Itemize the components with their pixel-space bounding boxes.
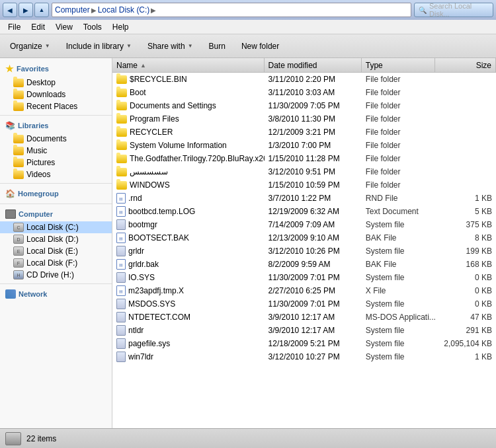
file-name: Documents and Settings: [130, 101, 216, 110]
sidebar-item-pictures[interactable]: Pictures: [0, 157, 112, 168]
menu-file[interactable]: File: [3, 21, 26, 33]
file-name-cell: Program Files: [112, 112, 265, 126]
file-date-cell: 12/18/2009 5:21 PM: [265, 337, 362, 350]
menu-tools[interactable]: Tools: [78, 21, 107, 33]
table-row[interactable]: NTDETECT.COM 3/9/2010 12:17 AM MS-DOS Ap…: [112, 311, 496, 324]
file-date-cell: 11/30/2009 7:05 PM: [265, 99, 362, 112]
sidebar-item-recent-places[interactable]: Recent Places: [0, 100, 112, 112]
menu-help[interactable]: Help: [107, 21, 134, 33]
sidebar-item-local-c[interactable]: C Local Disk (C:): [0, 221, 112, 233]
organize-button[interactable]: Organize ▼: [3, 37, 58, 56]
table-row[interactable]: $RECYCLE.BIN 3/11/2010 2:20 PM File fold…: [112, 73, 496, 86]
folder-icon: [116, 181, 127, 190]
file-name-cell: bootmgr: [112, 218, 265, 231]
file-size-cell: [435, 126, 496, 139]
col-header-name[interactable]: Name ▲: [112, 58, 265, 72]
file-size-cell: [435, 99, 496, 112]
file-date-cell: 3/9/2010 12:17 AM: [265, 324, 362, 337]
file-type-cell: System file: [362, 297, 435, 311]
table-row[interactable]: ▤ bootbcd.temp.LOG 12/19/2009 6:32 AM Te…: [112, 205, 496, 218]
col-header-size[interactable]: Size: [435, 58, 496, 72]
back-button[interactable]: ◀: [3, 3, 17, 17]
search-button[interactable]: 🔍 Search Local Disk...: [414, 3, 493, 17]
table-row[interactable]: ▤ .rnd 3/7/2010 1:22 PM RND File 1 KB: [112, 192, 496, 205]
sys-file-icon: [116, 312, 126, 322]
table-row[interactable]: System Volume Information 1/3/2010 7:00 …: [112, 139, 496, 152]
libraries-header[interactable]: 📚 Libraries: [0, 118, 112, 133]
table-row[interactable]: MSDOS.SYS 11/30/2009 7:01 PM System file…: [112, 297, 496, 311]
sidebar-item-music[interactable]: Music: [0, 145, 112, 157]
table-row[interactable]: RECYCLER 12/1/2009 3:21 PM File folder: [112, 126, 496, 139]
file-type: System file: [366, 299, 405, 309]
network-header[interactable]: Network: [0, 287, 112, 301]
breadcrumb-sep2: ▶: [151, 7, 156, 14]
table-row[interactable]: ▤ m23apdfj.tmp.X 2/27/2010 6:25 PM X Fil…: [112, 284, 496, 297]
file-type: System file: [366, 326, 405, 335]
table-row[interactable]: Program Files 3/8/2010 11:30 PM File fol…: [112, 112, 496, 126]
file-size-cell: 199 KB: [435, 244, 496, 258]
burn-button[interactable]: Burn: [202, 37, 233, 56]
menu-edit[interactable]: Edit: [26, 21, 50, 33]
table-row[interactable]: bootmgr 7/14/2009 7:09 AM System file 37…: [112, 218, 496, 231]
sidebar-item-local-d[interactable]: D Local Disk (D:): [0, 233, 112, 245]
sys-file-icon: [116, 246, 126, 256]
computer-header[interactable]: Computer: [0, 207, 112, 221]
menu-view[interactable]: View: [50, 21, 78, 33]
table-row[interactable]: grldr 3/12/2010 10:26 PM System file 199…: [112, 244, 496, 258]
sidebar-item-videos[interactable]: Videos: [0, 168, 112, 180]
table-row[interactable]: IO.SYS 11/30/2009 7:01 PM System file 0 …: [112, 271, 496, 284]
sidebar-item-desktop[interactable]: Desktop: [0, 77, 112, 89]
table-row[interactable]: The.Godfather.Trilogy.720p.BluRay.x264 1…: [112, 152, 496, 165]
file-date-cell: 3/11/2010 3:03 AM: [265, 86, 362, 99]
favorites-header[interactable]: ★ Favorites: [0, 61, 112, 77]
table-row[interactable]: WINDOWS 1/15/2010 10:59 PM File folder: [112, 178, 496, 192]
sidebar-item-local-e[interactable]: E Local Disk (E:): [0, 245, 112, 257]
address-bar[interactable]: Computer ▶ Local Disk (C:) ▶: [52, 3, 411, 17]
new-folder-button[interactable]: New folder: [234, 37, 286, 56]
table-row[interactable]: ▤ BOOTSECT.BAK 12/13/2009 9:10 AM BAK Fi…: [112, 231, 496, 244]
col-date-label: Date modified: [269, 61, 317, 70]
drive-e-icon: E: [13, 246, 24, 256]
file-name: bootmgr: [128, 220, 157, 229]
file-name: NTDETECT.COM: [128, 313, 190, 322]
forward-button[interactable]: ▶: [19, 3, 33, 17]
include-in-library-button[interactable]: Include in library ▼: [59, 37, 139, 56]
file-name-cell: سسسسس: [112, 165, 265, 178]
up-button[interactable]: ▲: [34, 3, 49, 17]
file-size-cell: 0 KB: [435, 271, 496, 284]
share-with-button[interactable]: Share with ▼: [140, 37, 200, 56]
sidebar-item-downloads[interactable]: Downloads: [0, 89, 112, 100]
sidebar-item-documents[interactable]: Documents: [0, 133, 112, 145]
table-row[interactable]: سسسسس 3/12/2010 9:51 PM File folder: [112, 165, 496, 178]
folder-icon: [116, 155, 127, 163]
file-type: File folder: [366, 101, 401, 110]
table-row[interactable]: win7ldr 3/12/2010 10:27 PM System file 1…: [112, 350, 496, 363]
homegroup-header[interactable]: 🏠 Homegroup: [0, 186, 112, 201]
downloads-folder-icon: [13, 91, 24, 99]
local-c-label: Local Disk (C:): [26, 223, 79, 232]
file-size-cell: 0 KB: [435, 284, 496, 297]
network-section: Network: [0, 287, 112, 301]
col-header-type[interactable]: Type: [362, 58, 435, 72]
table-row[interactable]: ntldr 3/9/2010 12:17 AM System file 291 …: [112, 324, 496, 337]
breadcrumb-computer[interactable]: Computer: [55, 5, 90, 15]
table-row[interactable]: pagefile.sys 12/18/2009 5:21 PM System f…: [112, 337, 496, 350]
main-layout: ★ Favorites Desktop Downloads Recent Pla…: [0, 58, 496, 428]
file-date: 12/19/2009 6:32 AM: [269, 207, 339, 216]
file-list[interactable]: $RECYCLE.BIN 3/11/2010 2:20 PM File fold…: [112, 73, 496, 428]
file-name-cell: ▤ .rnd: [112, 192, 265, 205]
table-row[interactable]: Documents and Settings 11/30/2009 7:05 P…: [112, 99, 496, 112]
sidebar-item-cd-h[interactable]: H CD Drive (H:): [0, 269, 112, 281]
generic-file-icon: ▤: [116, 285, 126, 296]
file-type-cell: File folder: [362, 99, 435, 112]
file-name: RECYCLER: [130, 128, 173, 137]
col-type-label: Type: [366, 61, 383, 70]
col-header-date[interactable]: Date modified: [265, 58, 362, 72]
file-size: 1 KB: [475, 352, 492, 361]
breadcrumb-localdisk[interactable]: Local Disk (C:): [98, 5, 150, 15]
file-type-cell: RND File: [362, 192, 435, 205]
table-row[interactable]: ▤ grldr.bak 8/2/2009 9:59 AM BAK File 16…: [112, 258, 496, 271]
file-name: The.Godfather.Trilogy.720p.BluRay.x264: [130, 154, 265, 163]
table-row[interactable]: Boot 3/11/2010 3:03 AM File folder: [112, 86, 496, 99]
sidebar-item-local-f[interactable]: F Local Disk (F:): [0, 257, 112, 269]
